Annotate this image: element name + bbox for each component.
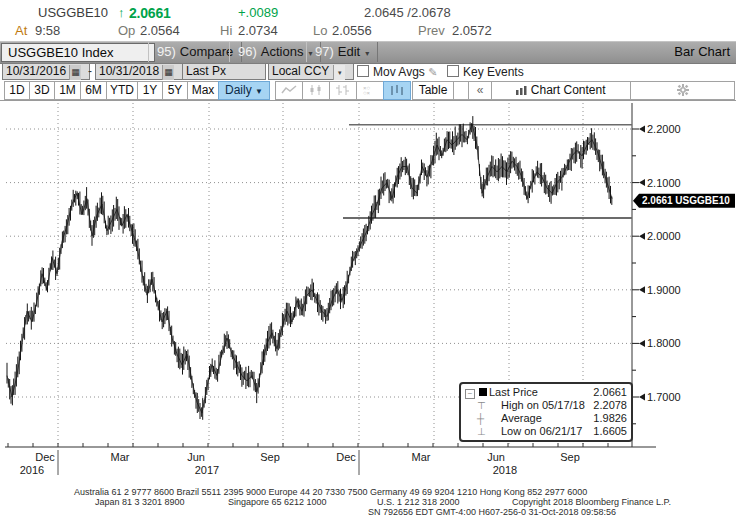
svg-text:Mar: Mar [111,451,130,463]
settings-gear-button[interactable] [630,81,735,100]
chevron-down-icon: ▼ [255,87,263,96]
high-value: 2.0734 [238,23,278,38]
period-button-1d[interactable]: 1D [4,81,30,100]
svg-text:Dec: Dec [35,451,55,463]
frequency-select[interactable]: Daily ▼ [218,81,270,100]
low-marker-icon: ⊥ [465,425,501,438]
edit-button[interactable]: 97)Edit▾ [306,42,378,62]
period-toolbar: 1D 3D 1M 6M YTD 1Y 5Y Max Daily ▼ ×○○× T… [0,81,736,101]
footer-japan: Japan 81 3 3201 8900 [95,497,185,507]
period-button-max[interactable]: Max [187,81,219,100]
svg-text:2016: 2016 [20,464,44,476]
average-marker-icon: ┼ [465,412,501,425]
legend-row-low: ⊥ Low on 06/21/17 1.6605 [465,425,627,438]
legend-row-average: ┼ Average 1.9826 [465,412,627,425]
date-separator: - [88,64,92,78]
chart-content-button[interactable]: Chart Content [491,81,631,100]
pencil-icon[interactable]: ✎ [428,66,437,78]
svg-text:2018: 2018 [493,464,517,476]
svg-text:1.8000: 1.8000 [647,337,681,349]
svg-text:○×: ○× [363,90,371,96]
last-price-axis-badge-text: 2.0661 USGGBE10 [642,195,730,206]
svg-text:Mar: Mar [412,451,431,463]
chart-type-label: Bar Chart [674,42,730,62]
calendar-icon[interactable]: ▦ [69,65,81,80]
collapse-button[interactable]: « [468,81,492,100]
chart-style-bar-selected-button[interactable] [383,81,411,100]
calendar-icon[interactable]: ▦ [162,65,174,80]
legend-row-high: ⊤ High on 05/17/18 2.2078 [465,399,627,412]
chart-legend[interactable]: − Last Price 2.0661 ⊤ High on 05/17/18 2… [459,382,633,442]
price-source-field[interactable]: Last Px [182,63,266,80]
period-button-3d[interactable]: 3D [29,81,55,100]
period-button-ytd[interactable]: YTD [106,81,138,100]
menu-bar: USGGBE10 Index 95)Compare 96)Actions▾ 97… [0,41,736,64]
svg-text:Dec: Dec [336,451,356,463]
up-arrow-icon: ↑ [118,5,125,20]
table-button[interactable]: Table [412,81,454,100]
period-button-1y[interactable]: 1Y [137,81,163,100]
at-label: At [15,23,27,38]
currency-select[interactable]: Local CCY▾ [268,63,354,80]
mov-avgs-checkbox[interactable] [357,65,369,77]
period-button-1m[interactable]: 1M [54,81,81,100]
high-marker-icon: ⊤ [465,399,501,412]
open-value: 2.0564 [140,23,180,38]
legend-collapse-icon[interactable]: − [465,389,475,399]
svg-text:Jun: Jun [187,451,205,463]
chart-style-candle-button[interactable] [302,81,330,100]
high-label: Hi [220,23,232,38]
blank-button[interactable] [453,81,469,100]
chevron-down-icon: ▾ [365,49,369,58]
period-button-5y[interactable]: 5Y [162,81,188,100]
date-to-field[interactable]: 10/31/2018▦ [95,63,183,80]
period-button-6m[interactable]: 6M [80,81,107,100]
security-input[interactable]: USGGBE10 Index [1,43,155,62]
svg-text:Sep: Sep [260,451,280,463]
at-time: 9:58 [35,23,60,38]
prev-label: Prev [418,23,445,38]
svg-text:2.0000: 2.0000 [647,230,681,242]
svg-text:Jun: Jun [487,451,505,463]
chevron-down-icon: ▾ [333,65,345,80]
svg-text:2.1000: 2.1000 [647,177,681,189]
last-price: 2.0661 [129,5,171,21]
footer-serial: SN 792656 EDT GMT-4:00 H607-256-0 31-Oct… [368,507,616,517]
footer-copyright: Copyright 2018 Bloomberg Finance L.P. [512,497,671,507]
bid-ask: 2.0645 /2.0678 [364,5,451,20]
low-label: Lo [313,23,327,38]
low-value: 2.0556 [332,23,372,38]
footer-phone-line: Australia 61 2 9777 8600 Brazil 5511 239… [74,487,587,497]
svg-text:1.9000: 1.9000 [647,284,681,296]
mov-avgs-toggle[interactable]: Mov Avgs ✎ [357,65,437,79]
svg-text:2017: 2017 [195,464,219,476]
last-price-swatch-icon [479,388,487,396]
bloomberg-chart-window: USGGBE10 ↑ 2.0661 +.0089 2.0645 /2.0678 … [0,0,736,530]
svg-text:2.2000: 2.2000 [647,123,681,135]
chart-style-line-button[interactable] [275,81,303,100]
key-events-checkbox[interactable] [447,65,459,77]
price-change: +.0089 [238,5,278,20]
open-label: Op [118,23,135,38]
date-from-field[interactable]: 10/31/2016▦ [2,63,90,80]
svg-text:1.7000: 1.7000 [647,391,681,403]
chart-style-pnf-button[interactable]: ×○○× [356,81,384,100]
legend-row-last-price: − Last Price 2.0661 [465,386,627,399]
svg-text:Sep: Sep [560,451,580,463]
chart-style-ohlc-button[interactable] [329,81,357,100]
footer-singapore: Singapore 65 6212 1000 [228,497,327,507]
range-toolbar: 10/31/2016▦ - 10/31/2018▦ Last Px Local … [0,63,736,80]
ticker-label: USGGBE10 [38,5,108,20]
key-events-toggle[interactable]: Key Events [447,65,524,79]
prev-value: 2.0572 [452,23,492,38]
footer-us: U.S. 1 212 318 2000 [377,497,460,507]
